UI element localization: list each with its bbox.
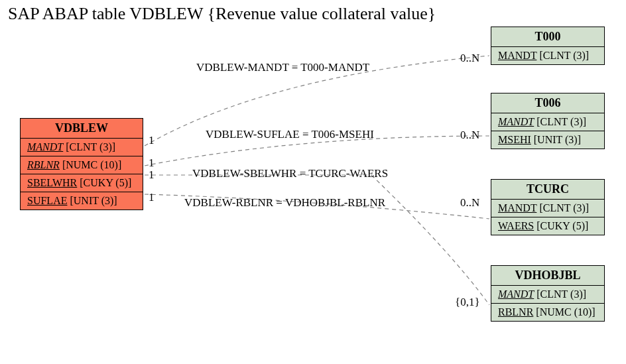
table-row: MANDT [CLNT (3)] — [491, 113, 604, 131]
field-type: [CLNT (3)] — [539, 50, 589, 61]
table-row: SUFLAE [UNIT (3)] — [21, 192, 143, 210]
cardinality-left: 1 — [149, 168, 155, 182]
table-row: WAERS [CUKY (5)] — [491, 217, 604, 235]
table-t000: T000 MANDT [CLNT (3)] — [491, 27, 605, 65]
table-t006: T006 MANDT [CLNT (3)] MSEHI [UNIT (3)] — [491, 93, 605, 149]
table-header: VDHOBJBL — [491, 266, 604, 286]
table-vdhobjbl: VDHOBJBL MANDT [CLNT (3)] RBLNR [NUMC (1… — [491, 265, 605, 322]
table-row: MANDT [CLNT (3)] — [491, 200, 604, 217]
edge-label: VDBLEW-SBELWHR = TCURC-WAERS — [192, 167, 388, 180]
edge-label: VDBLEW-MANDT = T000-MANDT — [196, 61, 369, 74]
field-name: WAERS — [498, 220, 534, 231]
cardinality-left: 1 — [149, 191, 155, 204]
field-type: [NUMC (10)] — [536, 306, 595, 318]
cardinality-right: 0..N — [460, 129, 479, 142]
field-type: [CUKY (5)] — [80, 177, 131, 188]
table-tcurc: TCURC MANDT [CLNT (3)] WAERS [CUKY (5)] — [491, 179, 605, 235]
field-type: [CLNT (3)] — [66, 141, 115, 152]
field-name: RBLNR — [498, 306, 533, 318]
edge-label: VDBLEW-SUFLAE = T006-MSEHI — [206, 128, 374, 141]
cardinality-right: {0,1} — [455, 296, 480, 309]
table-header: VDBLEW — [21, 119, 143, 139]
field-name: MANDT — [498, 50, 536, 61]
table-header: T006 — [491, 93, 604, 113]
field-name: MANDT — [27, 141, 63, 152]
cardinality-right: 0..N — [460, 52, 479, 65]
table-row: MANDT [CLNT (3)] — [491, 47, 604, 64]
field-name: RBLNR — [27, 159, 60, 170]
table-row: RBLNR [NUMC (10)] — [21, 156, 143, 174]
field-type: [UNIT (3)] — [70, 195, 117, 206]
table-row: MANDT [CLNT (3)] — [21, 139, 143, 156]
field-name: SUFLAE — [27, 195, 67, 206]
field-type: [CUKY (5)] — [536, 220, 588, 231]
cardinality-right: 0..N — [460, 196, 479, 210]
table-row: MANDT [CLNT (3)] — [491, 286, 604, 304]
table-header: T000 — [491, 27, 604, 47]
field-name: MSEHI — [498, 134, 531, 145]
field-type: [NUMC (10)] — [62, 159, 121, 170]
field-type: [CLNT (3)] — [539, 202, 589, 213]
cardinality-left: 1 — [149, 156, 155, 170]
field-type: [CLNT (3)] — [536, 116, 586, 127]
field-name: MANDT — [498, 116, 534, 127]
table-row: SBELWHR [CUKY (5)] — [21, 174, 143, 192]
table-vdblew: VDBLEW MANDT [CLNT (3)] RBLNR [NUMC (10)… — [20, 118, 143, 210]
table-row: MSEHI [UNIT (3)] — [491, 131, 604, 149]
edge-label: VDBLEW-RBLNR = VDHOBJBL-RBLNR — [184, 196, 385, 210]
field-name: MANDT — [498, 288, 534, 300]
cardinality-left: 1 — [149, 134, 155, 147]
field-type: [UNIT (3)] — [534, 134, 581, 145]
field-name: SBELWHR — [27, 177, 77, 188]
field-name: MANDT — [498, 202, 536, 213]
page-title: SAP ABAP table VDBLEW {Revenue value col… — [8, 4, 436, 24]
table-row: RBLNR [NUMC (10)] — [491, 304, 604, 321]
table-header: TCURC — [491, 180, 604, 200]
field-type: [CLNT (3)] — [536, 288, 586, 300]
